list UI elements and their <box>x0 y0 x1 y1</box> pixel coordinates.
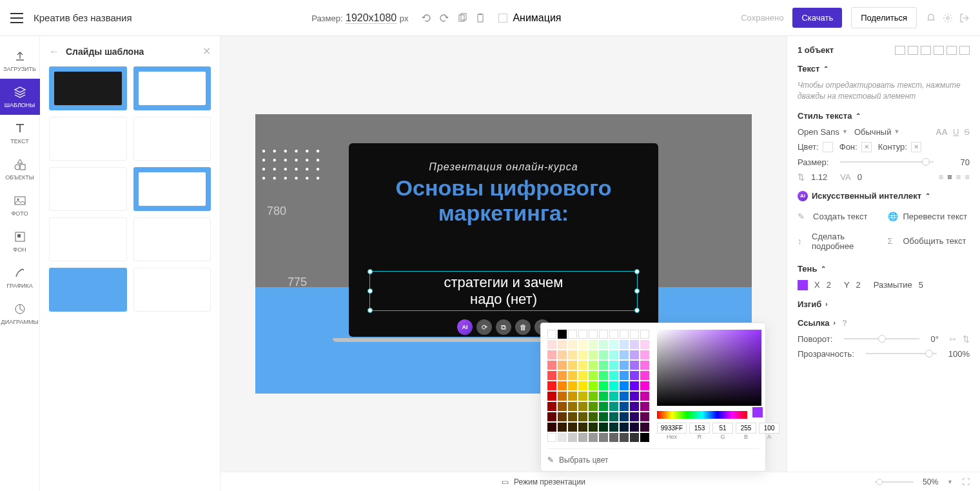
color-swatch[interactable] <box>609 340 618 349</box>
color-swatch[interactable] <box>558 371 567 380</box>
color-swatch[interactable] <box>547 423 556 432</box>
color-swatch[interactable] <box>578 340 587 349</box>
template-thumb[interactable] <box>49 167 127 211</box>
close-icon[interactable]: ✕ <box>202 45 211 57</box>
text-color-field[interactable]: Цвет: <box>798 142 833 152</box>
color-swatch[interactable] <box>630 350 639 359</box>
color-swatch[interactable] <box>568 433 577 442</box>
text-bg-field[interactable]: Фон:✕ <box>839 142 872 152</box>
color-swatch[interactable] <box>599 340 608 349</box>
color-swatch[interactable] <box>640 381 649 390</box>
paste-icon[interactable] <box>475 13 485 23</box>
text-section-header[interactable]: Текст ⌃ <box>798 64 970 74</box>
template-thumb[interactable] <box>49 268 127 312</box>
color-swatch[interactable] <box>547 371 556 380</box>
presentation-icon[interactable]: ▭ <box>502 477 509 486</box>
color-swatch[interactable] <box>558 361 567 370</box>
menu-button[interactable] <box>10 13 23 23</box>
color-swatch[interactable] <box>620 402 629 411</box>
color-swatch[interactable] <box>558 392 567 401</box>
color-swatch[interactable] <box>599 361 608 370</box>
color-swatch[interactable] <box>589 340 598 349</box>
opacity-slider[interactable] <box>866 353 937 354</box>
rail-photo[interactable]: ФОТО <box>0 187 40 223</box>
color-swatch[interactable] <box>640 402 649 411</box>
opacity-value[interactable]: 100% <box>948 349 970 359</box>
color-swatch[interactable] <box>630 402 639 411</box>
b-input[interactable] <box>736 423 756 434</box>
template-thumb[interactable] <box>133 117 211 161</box>
g-input[interactable] <box>712 423 733 434</box>
color-swatch[interactable] <box>568 381 577 390</box>
blur-value[interactable]: 5 <box>919 280 923 290</box>
ai-section-header[interactable]: AI Искусственный интеллект ⌃ <box>798 191 970 201</box>
selected-text-element[interactable]: стратегии и зачем надо (нет) AI ⟳ ⧉ 🗑 ⋯ <box>369 271 638 311</box>
ai-summarize-text[interactable]: ΣОбобщить текст <box>888 232 970 251</box>
color-swatch[interactable] <box>578 381 587 390</box>
color-swatch[interactable] <box>620 381 629 390</box>
rail-text[interactable]: ТЕКСТ <box>0 115 40 151</box>
font-size-slider[interactable] <box>840 161 934 163</box>
color-swatch[interactable] <box>589 330 598 339</box>
color-swatch[interactable] <box>609 433 618 442</box>
color-swatch[interactable] <box>558 402 567 411</box>
rail-upload[interactable]: ЗАГРУЗИТЬ <box>0 43 40 79</box>
color-swatch[interactable] <box>609 423 618 432</box>
color-swatch[interactable] <box>558 433 567 442</box>
color-swatch[interactable] <box>640 340 649 349</box>
color-swatch[interactable] <box>609 371 618 380</box>
color-swatch[interactable] <box>568 330 577 339</box>
color-swatch[interactable] <box>620 340 629 349</box>
align-left-icon[interactable] <box>895 46 905 55</box>
color-swatch[interactable] <box>640 350 649 359</box>
color-swatch[interactable] <box>620 433 629 442</box>
hex-input[interactable] <box>657 423 687 434</box>
lineheight-value[interactable]: 1.12 <box>811 172 827 182</box>
text-align-justify-icon[interactable]: ≡ <box>965 172 970 182</box>
color-swatch[interactable] <box>547 330 556 339</box>
rotate-value[interactable]: 0° <box>931 334 939 344</box>
shadow-y-value[interactable]: 2 <box>856 280 861 290</box>
color-swatch[interactable] <box>547 433 556 442</box>
font-dropdown[interactable]: Open Sans▼ <box>798 127 848 137</box>
resize-handle[interactable] <box>368 288 373 294</box>
document-title[interactable]: Креатив без названия <box>34 12 132 23</box>
color-swatch[interactable] <box>620 361 629 370</box>
align-center-v-icon[interactable] <box>946 46 957 55</box>
color-swatch[interactable] <box>547 392 556 401</box>
color-swatch[interactable] <box>630 330 639 339</box>
color-swatch[interactable] <box>578 433 587 442</box>
download-button[interactable]: Скачать <box>792 8 842 28</box>
resize-handle[interactable] <box>368 269 373 274</box>
color-swatch[interactable] <box>578 350 587 359</box>
r-input[interactable] <box>689 423 710 434</box>
shadow-color-swatch[interactable] <box>798 280 808 290</box>
zoom-slider[interactable] <box>875 481 914 483</box>
color-swatch[interactable] <box>630 371 639 380</box>
eyedropper-button[interactable]: ✎ Выбрать цвет <box>547 448 759 465</box>
color-swatch[interactable] <box>640 371 649 380</box>
color-swatch[interactable] <box>620 350 629 359</box>
bell-icon[interactable] <box>926 13 936 23</box>
color-swatch[interactable] <box>609 350 618 359</box>
color-swatch[interactable] <box>609 402 618 411</box>
redo-icon[interactable] <box>439 13 449 23</box>
color-swatch[interactable] <box>620 423 629 432</box>
color-swatch[interactable] <box>640 361 649 370</box>
color-swatch[interactable] <box>640 392 649 401</box>
color-swatch[interactable] <box>589 423 598 432</box>
link-section-header[interactable]: Ссылка › ? <box>798 318 970 328</box>
arc-subtitle[interactable]: Презентация онлайн-курса <box>364 161 643 173</box>
template-thumb[interactable] <box>49 117 127 161</box>
color-swatch[interactable] <box>568 402 577 411</box>
copy-icon[interactable] <box>457 13 467 23</box>
curve-section-header[interactable]: Изгиб › <box>798 299 970 309</box>
canvas-size-group[interactable]: Размер: 1920x1080 px <box>311 12 408 24</box>
color-swatch[interactable] <box>568 350 577 359</box>
main-heading[interactable]: Основы цифрового маркетинга: <box>364 175 643 226</box>
resize-handle[interactable] <box>634 269 640 274</box>
ai-create-text[interactable]: ✎Создать текст <box>798 212 880 221</box>
template-thumb[interactable] <box>133 66 211 110</box>
share-button[interactable]: Поделиться <box>851 7 917 28</box>
color-swatch[interactable] <box>568 340 577 349</box>
